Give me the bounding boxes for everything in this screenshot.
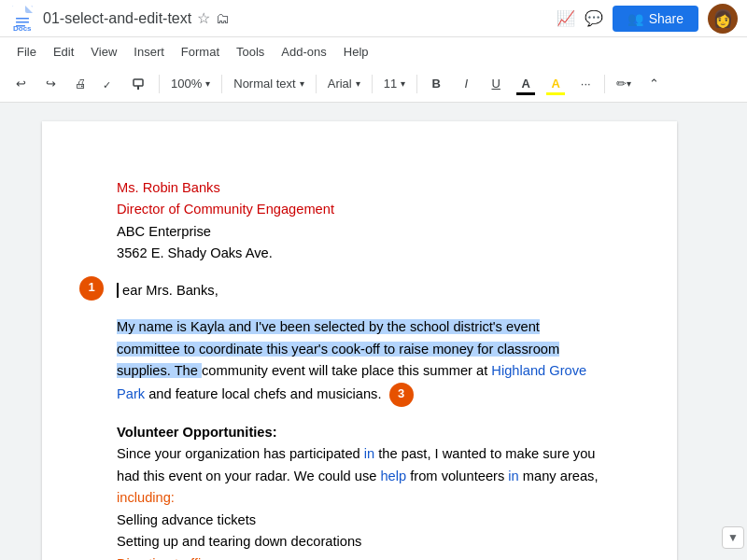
greeting-text: ear Mrs. Banks,	[122, 283, 218, 298]
text-and-feature: and feature local chefs and musicians.	[145, 385, 381, 400]
italic-button[interactable]: I	[453, 71, 479, 97]
including-text: including:	[117, 490, 175, 505]
svg-rect-3	[16, 21, 29, 23]
menu-view[interactable]: View	[83, 42, 124, 62]
svg-text:Docs: Docs	[13, 24, 32, 33]
item3: Directing traffic	[117, 556, 207, 560]
avatar-image: 👩	[712, 8, 733, 29]
item1: Selling advance tickets	[117, 510, 602, 531]
menu-bar: File Edit View Insert Format Tools Add-o…	[0, 37, 747, 65]
menu-insert[interactable]: Insert	[126, 42, 172, 62]
arrow-down-icon: ▼	[727, 531, 739, 544]
menu-addons[interactable]: Add-ons	[274, 42, 333, 62]
doc-area: Ms. Robin Banks Director of Community En…	[0, 103, 747, 560]
separator-3	[316, 75, 317, 93]
highlight-bar	[546, 92, 565, 95]
edit-chevron: ▾	[627, 78, 631, 89]
svg-rect-8	[137, 86, 139, 90]
font-color-bar	[516, 92, 535, 95]
comment-icon[interactable]: 💬	[585, 9, 603, 27]
more-formatting-button[interactable]: ···	[572, 71, 599, 97]
zoom-dropdown[interactable]: 100% ▾	[165, 71, 216, 97]
menu-edit[interactable]: Edit	[46, 42, 81, 62]
more-icon: ···	[581, 77, 591, 91]
company-line: ABC Enterprise	[117, 221, 602, 243]
since-text: Since your organization has participated	[117, 446, 364, 461]
title-bar: Docs 01-select-and-edit-text ☆ 🗂 📈 💬 👥 S…	[0, 0, 747, 37]
style-value: Normal text	[233, 77, 295, 91]
bold-button[interactable]: B	[423, 71, 449, 97]
paint-format-button[interactable]	[127, 71, 153, 97]
toolbar: ↩ ↪ 🖨 ✓ 100% ▾ Normal text ▾ Arial ▾ 11 …	[0, 65, 747, 103]
print-button[interactable]: 🖨	[67, 71, 93, 97]
in-text-2: in	[508, 469, 518, 483]
main-paragraph: My name is Kayla and I've been selected …	[117, 316, 602, 406]
doc-icon: Docs	[9, 3, 35, 35]
share-people-icon: 👥	[627, 11, 643, 26]
separator-1	[159, 75, 160, 93]
edit-mode-button[interactable]: ✏ ▾	[611, 71, 637, 97]
underline-button[interactable]: U	[483, 71, 509, 97]
highlight-button[interactable]: A	[543, 71, 569, 97]
bold-label: B	[432, 77, 441, 91]
trend-icon[interactable]: 📈	[557, 9, 575, 27]
doc-title: 01-select-and-edit-text ☆ 🗂	[43, 9, 557, 27]
star-icon[interactable]: ☆	[197, 9, 210, 27]
share-button[interactable]: 👥 Share	[613, 6, 698, 32]
separator-2	[221, 75, 222, 93]
separator-4	[372, 75, 373, 93]
many-areas: many areas,	[519, 469, 599, 483]
title-line: Director of Community Engagement	[117, 202, 334, 217]
zoom-value: 100%	[171, 77, 202, 91]
name-line: Ms. Robin Banks	[117, 180, 220, 195]
font-color-button[interactable]: A	[513, 71, 539, 97]
zoom-chevron: ▾	[205, 78, 210, 89]
pencil-icon: ✏	[616, 77, 627, 91]
separator-5	[416, 75, 417, 93]
help-text: help	[380, 469, 406, 483]
font-chevron: ▾	[356, 78, 360, 89]
separator-6	[604, 75, 605, 93]
volunteer-section: Volunteer Opportunities: Since your orga…	[117, 422, 602, 560]
style-chevron: ▾	[300, 78, 304, 89]
redo-button[interactable]: ↪	[37, 71, 63, 97]
underline-label: U	[492, 77, 500, 91]
menu-tools[interactable]: Tools	[229, 42, 272, 62]
item2: Setting up and tearing down decorations	[117, 531, 602, 553]
badge-3: 3	[389, 383, 414, 407]
font-color-label: A	[522, 77, 530, 91]
italic-label: I	[464, 77, 468, 91]
page: Ms. Robin Banks Director of Community En…	[42, 121, 677, 560]
menu-file[interactable]: File	[9, 42, 44, 62]
fontsize-value: 11	[384, 77, 397, 91]
menu-format[interactable]: Format	[174, 42, 227, 62]
title-actions: 📈 💬 👥 Share 👩	[557, 4, 738, 34]
greeting-block: 1 ear Mrs. Banks,	[117, 280, 602, 301]
volunteer-header: Volunteer Opportunities:	[117, 425, 277, 440]
from-volunteers: from volunteers	[406, 469, 508, 483]
font-value: Arial	[328, 77, 352, 91]
undo-button[interactable]: ↩	[7, 71, 34, 97]
svg-text:✓: ✓	[103, 79, 111, 91]
menu-help[interactable]: Help	[336, 42, 376, 62]
font-dropdown[interactable]: Arial ▾	[322, 71, 366, 97]
address-block: Ms. Robin Banks Director of Community En…	[117, 177, 602, 265]
share-label: Share	[649, 11, 684, 26]
in-text: in	[364, 446, 374, 461]
badge-1: 1	[79, 276, 104, 301]
scroll-down-button[interactable]: ▼	[722, 526, 744, 549]
address-line: 3562 E. Shady Oaks Ave.	[117, 243, 602, 264]
doc-title-text[interactable]: 01-select-and-edit-text	[43, 10, 191, 27]
collapse-toolbar-button[interactable]: ⌃	[641, 71, 667, 97]
svg-rect-7	[134, 79, 143, 86]
style-dropdown[interactable]: Normal text ▾	[228, 71, 309, 97]
doc-container[interactable]: Ms. Robin Banks Director of Community En…	[0, 103, 719, 560]
spellcheck-button[interactable]: ✓	[97, 71, 123, 97]
avatar[interactable]: 👩	[708, 4, 738, 34]
highlight-label: A	[552, 77, 560, 91]
folder-icon[interactable]: 🗂	[216, 10, 230, 26]
svg-rect-2	[16, 18, 29, 20]
fontsize-chevron: ▾	[401, 78, 405, 89]
unselected-text: community event will take place this sum…	[202, 363, 491, 378]
fontsize-dropdown[interactable]: 11 ▾	[378, 71, 411, 97]
